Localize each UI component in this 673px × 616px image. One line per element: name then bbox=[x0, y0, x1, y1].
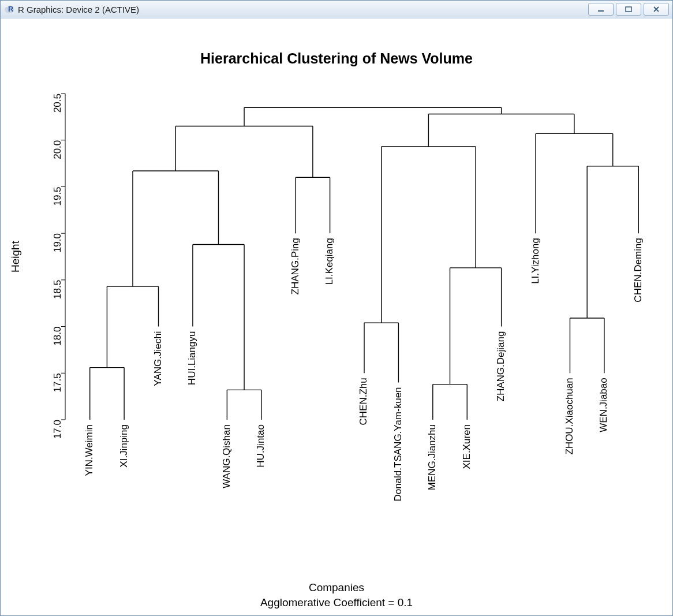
y-tick-label: 20.5 bbox=[52, 94, 63, 113]
leaf-label: MENG.Jianzhu bbox=[427, 424, 438, 490]
y-tick-label: 20.0 bbox=[52, 140, 63, 159]
minimize-button[interactable] bbox=[588, 3, 614, 16]
leaf-label: HU.Jintao bbox=[255, 424, 266, 468]
maximize-button[interactable] bbox=[616, 3, 641, 16]
chart-subtitle: Agglomerative Coefficient = 0.1 bbox=[260, 596, 413, 608]
leaf-label: WANG.Qishan bbox=[221, 424, 232, 488]
leaf-label: CHEN.Zhu bbox=[358, 378, 369, 425]
svg-text:R: R bbox=[8, 5, 14, 13]
leaf-label: Donald.TSANG.Yam-kuen bbox=[392, 387, 403, 501]
leaf-label: LI.Yizhong bbox=[530, 238, 541, 284]
r-app-icon: R bbox=[4, 4, 14, 14]
svg-rect-3 bbox=[626, 7, 631, 12]
leaf-label: XI.Jinping bbox=[118, 424, 129, 468]
leaf-label: XIE.Xuren bbox=[461, 424, 472, 469]
plot-area: Hierarchical Clustering of News Volume17… bbox=[1, 18, 672, 615]
leaf-label: YIN.Weimin bbox=[84, 424, 95, 476]
y-tick-label: 19.0 bbox=[52, 233, 63, 252]
window-title: R Graphics: Device 2 (ACTIVE) bbox=[18, 5, 588, 14]
leaf-label: WEN.Jiabao bbox=[598, 378, 609, 432]
y-tick-label: 18.0 bbox=[52, 327, 63, 346]
leaf-label: CHEN.Deming bbox=[633, 238, 644, 302]
leaf-label: ZHANG.Dejiang bbox=[495, 331, 506, 402]
y-tick-label: 17.5 bbox=[52, 373, 63, 392]
window-controls bbox=[588, 3, 669, 16]
titlebar[interactable]: R R Graphics: Device 2 (ACTIVE) bbox=[1, 1, 672, 18]
y-axis-title: Height bbox=[9, 240, 21, 272]
chart-title: Hierarchical Clustering of News Volume bbox=[200, 50, 473, 66]
leaf-label: HUI.Liangyu bbox=[186, 331, 197, 386]
y-tick-label: 17.0 bbox=[52, 420, 63, 439]
dendrogram-plot: Hierarchical Clustering of News Volume17… bbox=[1, 18, 672, 615]
leaf-label: ZHOU.Xiaochuan bbox=[564, 378, 575, 454]
x-axis-title: Companies bbox=[309, 581, 364, 593]
leaf-label: ZHANG.Ping bbox=[290, 238, 301, 294]
y-tick-label: 18.5 bbox=[52, 280, 63, 299]
svg-rect-2 bbox=[598, 10, 604, 12]
close-button[interactable] bbox=[644, 3, 669, 16]
leaf-label: YANG.Jiechi bbox=[152, 331, 163, 386]
r-graphics-window: R R Graphics: Device 2 (ACTIVE) Hierarch… bbox=[0, 0, 673, 616]
y-tick-label: 19.5 bbox=[52, 186, 63, 206]
leaf-label: LI.Keqiang bbox=[324, 238, 335, 285]
